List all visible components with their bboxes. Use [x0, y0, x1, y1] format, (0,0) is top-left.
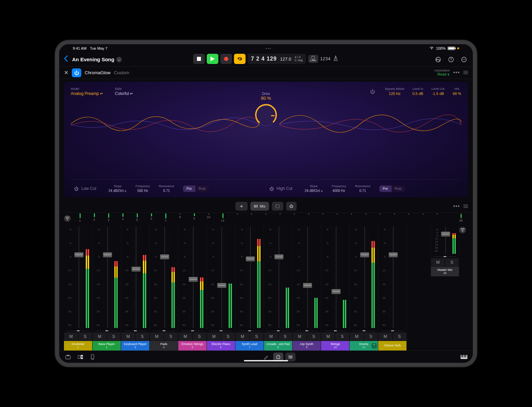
- fader[interactable]: [159, 227, 170, 328]
- fader[interactable]: [273, 227, 284, 328]
- mute-button[interactable]: M: [207, 332, 221, 341]
- mini-track[interactable]: 8: [173, 213, 187, 219]
- mini-track[interactable]: [316, 213, 330, 216]
- plugin-power-button[interactable]: ⏻: [72, 68, 81, 77]
- back-button[interactable]: [64, 55, 68, 63]
- track-label[interactable]: Drums11⌃: [350, 341, 378, 351]
- solo-button[interactable]: S: [445, 258, 459, 267]
- track-label[interactable]: Drummer1: [64, 341, 92, 351]
- low-cut-power[interactable]: ⏻: [74, 186, 79, 191]
- track-label[interactable]: Master Mix28: [431, 267, 459, 276]
- solo-button[interactable]: S: [250, 332, 264, 341]
- mini-track[interactable]: 6: [144, 213, 159, 221]
- mixer-filter-button[interactable]: [459, 227, 466, 233]
- pan-control[interactable]: [181, 330, 204, 332]
- mini-track[interactable]: 9: [187, 213, 201, 221]
- pan-control[interactable]: [152, 330, 175, 332]
- solo-button[interactable]: S: [107, 332, 121, 341]
- fader[interactable]: [188, 227, 199, 328]
- fader[interactable]: [302, 227, 313, 328]
- help-button[interactable]: ?: [447, 55, 455, 64]
- solo-button[interactable]: S: [221, 332, 235, 341]
- cycle-button[interactable]: [234, 54, 246, 64]
- mute-button[interactable]: M: [321, 332, 335, 341]
- record-button[interactable]: [220, 54, 232, 64]
- remote-button[interactable]: [88, 353, 97, 361]
- mini-track[interactable]: 2: [87, 213, 101, 222]
- low-cut-slope[interactable]: Slope 24 dB/Oct ⇅: [109, 184, 127, 193]
- count-in[interactable]: 1234: [320, 56, 331, 61]
- mini-track[interactable]: [273, 213, 287, 216]
- mute-button[interactable]: M: [235, 332, 250, 341]
- solo-button[interactable]: S: [364, 332, 378, 341]
- track-label[interactable]: Keyboard Player3: [121, 341, 149, 351]
- close-plugin-button[interactable]: ✕: [64, 69, 68, 76]
- pan-control[interactable]: [67, 330, 89, 332]
- solo-button[interactable]: S: [78, 332, 93, 341]
- pan-control[interactable]: [267, 330, 289, 332]
- mini-track[interactable]: [401, 213, 416, 216]
- fader[interactable]: [102, 227, 113, 328]
- mini-track[interactable]: [373, 213, 387, 216]
- mini-track[interactable]: 4: [116, 213, 130, 222]
- solo-button[interactable]: S: [393, 332, 407, 341]
- stop-button[interactable]: [193, 54, 205, 64]
- level-out[interactable]: Level Out -1.5 dB: [431, 87, 445, 96]
- pan-control[interactable]: [434, 256, 456, 258]
- mute-button[interactable]: M: [93, 332, 107, 341]
- mini-track[interactable]: [301, 213, 316, 216]
- pan-control[interactable]: [238, 330, 261, 332]
- mini-track[interactable]: [359, 213, 373, 216]
- solo-button[interactable]: S: [164, 332, 178, 341]
- model-selector[interactable]: Model Analog Preamp▴▾: [71, 87, 103, 96]
- pan-control[interactable]: [210, 330, 232, 332]
- mini-track[interactable]: [330, 213, 344, 216]
- mini-track[interactable]: 11: [216, 213, 230, 223]
- track-label[interactable]: Emotion Strings5: [178, 341, 206, 351]
- plugin-preset[interactable]: Custom: [114, 70, 129, 75]
- fader[interactable]: [331, 227, 342, 328]
- mixer-more-button[interactable]: •••: [453, 203, 460, 209]
- plugin-name[interactable]: ChromaGlow: [85, 70, 111, 75]
- pan-control[interactable]: [95, 330, 118, 332]
- multitask-dots[interactable]: [266, 48, 271, 49]
- mute-button[interactable]: M: [264, 332, 278, 341]
- lcd-display[interactable]: 7 2 4 129 127.0 4 / 4 C maj: [248, 54, 306, 64]
- library-button[interactable]: [64, 353, 72, 361]
- pan-control[interactable]: [295, 330, 318, 332]
- track-label[interactable]: Electric Piano6: [207, 341, 235, 351]
- pan-control[interactable]: [381, 330, 404, 332]
- mini-track[interactable]: 7: [159, 213, 173, 223]
- mini-track[interactable]: 5: [130, 213, 144, 222]
- mini-track[interactable]: [259, 213, 273, 216]
- fader[interactable]: [73, 227, 84, 328]
- mini-track[interactable]: [244, 213, 259, 216]
- mini-track[interactable]: [344, 213, 359, 216]
- mute-button[interactable]: M: [431, 258, 445, 267]
- pan-control[interactable]: [352, 330, 375, 332]
- high-cut-prepost[interactable]: PrePost: [379, 185, 405, 192]
- drive-knob[interactable]: [253, 103, 279, 129]
- high-cut-freq[interactable]: Frequency4000 Hz: [332, 184, 346, 193]
- solo-button[interactable]: S: [193, 332, 207, 341]
- mini-track[interactable]: 10: [201, 213, 216, 219]
- fader[interactable]: [245, 227, 256, 328]
- plugin-drag-handle[interactable]: [463, 71, 468, 74]
- play-button[interactable]: [207, 54, 218, 64]
- high-cut-power[interactable]: ⏻: [269, 186, 274, 191]
- solo-button[interactable]: S: [335, 332, 350, 341]
- more-button[interactable]: [460, 55, 468, 64]
- style-selector[interactable]: Style Colorful▴▾: [115, 87, 133, 96]
- track-label[interactable]: Synth Lead7: [235, 341, 264, 351]
- automation-mode[interactable]: Automation Read ⇅: [434, 69, 450, 77]
- pan-control[interactable]: [324, 330, 347, 332]
- mute-button[interactable]: M: [293, 332, 307, 341]
- add-channel-button[interactable]: ＋: [235, 202, 248, 211]
- mute-button[interactable]: M: [64, 332, 78, 341]
- metronome-button[interactable]: [333, 55, 339, 63]
- track-filter-button[interactable]: [64, 215, 71, 222]
- link-button[interactable]: ◯ LINK: [308, 55, 318, 63]
- mini-track[interactable]: [416, 213, 430, 216]
- solo-button[interactable]: S: [135, 332, 150, 341]
- mute-button[interactable]: M: [121, 332, 135, 341]
